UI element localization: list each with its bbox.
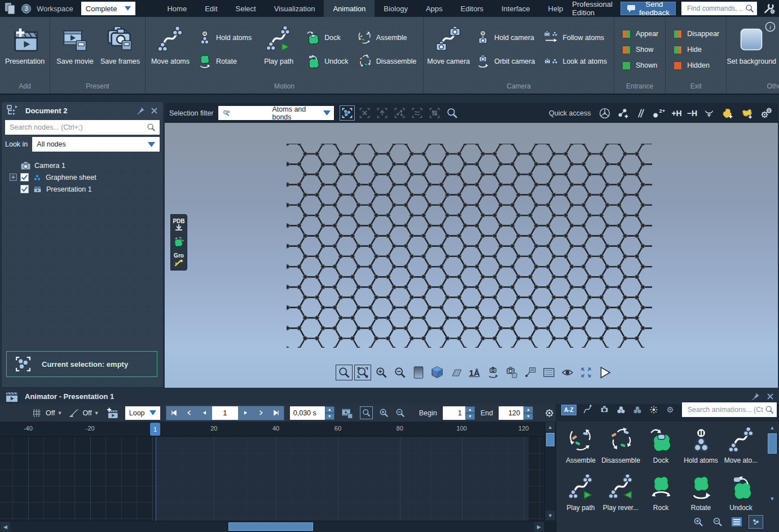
add-bond-button[interactable] [617, 107, 630, 120]
animation-search-box[interactable] [682, 402, 777, 417]
scroll-left-button[interactable]: ◀ [1, 522, 10, 531]
play-button[interactable] [596, 365, 613, 380]
ribbon-button-appear[interactable]: Appear [621, 26, 658, 42]
timeline[interactable]: -40-20204060801001201 ▲ ▼ ◀ ▶ [0, 422, 556, 532]
gallery-scrollbar[interactable]: ▲ ▼ [767, 422, 778, 532]
select-up-button[interactable] [375, 105, 390, 121]
add-residue-button[interactable] [721, 107, 735, 120]
ground-plane-button[interactable] [447, 365, 464, 380]
menu-item-edit[interactable]: Edit [196, 0, 226, 17]
ribbon-button-disappear[interactable]: Disappear [672, 26, 719, 42]
zoom-in-button[interactable] [379, 407, 389, 418]
animation-item-move-ato[interactable]: Move ato... [721, 424, 761, 471]
visibility-checkbox[interactable] [20, 173, 29, 181]
scroll-down-button[interactable]: ▼ [767, 494, 777, 503]
background-rect-button[interactable] [410, 365, 427, 380]
docking-tool-button[interactable] [171, 234, 186, 249]
zoom-out-button[interactable] [391, 365, 408, 380]
scale-1a-button[interactable]: 1Å [466, 365, 483, 380]
double-bond-button[interactable] [635, 107, 646, 120]
scroll-up-button[interactable]: ▲ [545, 422, 555, 432]
go-to-last-frame-button[interactable] [269, 406, 284, 420]
zoom-fit-button[interactable] [360, 406, 373, 419]
menu-item-select[interactable]: Select [227, 0, 265, 17]
animation-item-assemble[interactable]: Assemble [561, 424, 601, 471]
look-in-select[interactable]: All nodes [32, 137, 160, 152]
icon-view-button[interactable] [749, 515, 763, 529]
select-group-button[interactable] [427, 105, 442, 121]
pdb-download-button[interactable]: PDB [171, 217, 186, 232]
viewport-canvas[interactable]: PDB Gro 1Å [165, 123, 778, 388]
select-similar-button[interactable] [410, 105, 425, 121]
menu-item-interface[interactable]: Interface [492, 0, 539, 17]
pin-icon[interactable] [751, 392, 760, 401]
timeline-horizontal-scrollbar[interactable]: ◀ ▶ [0, 521, 544, 532]
timeline-ruler[interactable]: -40-20204060801001201 [0, 422, 544, 437]
ribbon-button-show[interactable]: Show [621, 42, 658, 57]
zoom-rect-button[interactable] [336, 365, 353, 380]
animation-item-dock[interactable]: Dock [641, 424, 681, 471]
export-movie-button[interactable] [340, 407, 354, 419]
spin-down-button[interactable]: ▼ [325, 413, 335, 420]
spin-up-button[interactable]: ▲ [523, 406, 533, 413]
close-icon[interactable] [766, 392, 774, 401]
scroll-down-button[interactable]: ▼ [545, 511, 555, 520]
ribbon-button-save-movie[interactable]: Save movie [52, 18, 98, 81]
animator-settings-gear[interactable] [543, 407, 556, 419]
camera-snapshot-button[interactable] [503, 365, 520, 380]
search-icon[interactable] [764, 405, 774, 415]
tools-wrench-icon[interactable] [763, 2, 775, 15]
scroll-thumb[interactable] [546, 433, 554, 446]
timeline-vertical-scrollbar[interactable]: ▲ ▼ [544, 422, 556, 521]
interpolation-control[interactable]: Off ▼ [68, 407, 99, 419]
menu-item-visualization[interactable]: Visualization [265, 0, 324, 17]
selection-filter-select[interactable]: Atoms and bonds [218, 106, 334, 120]
search-icon[interactable] [146, 122, 156, 132]
timeline-grid[interactable] [0, 437, 544, 521]
animation-item-hold-atoms[interactable]: Hold atoms [681, 424, 721, 471]
node-search-box[interactable] [5, 120, 160, 135]
select-atoms-button[interactable] [340, 105, 355, 121]
gallery-zoom-in-button[interactable] [691, 515, 706, 529]
animation-item-undock[interactable]: Undock [721, 471, 761, 518]
animation-item-play-rever[interactable]: Play rever... [601, 471, 641, 518]
animation-search-input[interactable] [686, 405, 764, 414]
menu-item-editors[interactable]: Editors [452, 0, 492, 17]
previous-keyframe-button[interactable] [182, 406, 197, 420]
scroll-thumb[interactable] [228, 522, 313, 531]
send-feedback-button[interactable]: Send feedback [620, 2, 676, 15]
add-hydrogen-button[interactable]: +H [671, 109, 681, 118]
minimize-arrow-button[interactable] [702, 107, 716, 119]
play-backward-button[interactable] [197, 406, 212, 420]
ribbon-button-disassemble[interactable]: Disassemble [358, 50, 417, 73]
charge-2plus-button[interactable]: 2+ [652, 107, 666, 120]
add-label-button[interactable] [522, 365, 539, 380]
animation-item-disassemble[interactable]: Disassemble [601, 424, 641, 471]
orbit-camera-dark-button[interactable] [485, 365, 501, 380]
add-chain-button[interactable] [740, 107, 754, 120]
menu-item-help[interactable]: Help [539, 0, 573, 17]
add-presentation-button[interactable] [105, 406, 120, 420]
grid-snap-control[interactable]: Off ▼ [31, 407, 62, 419]
ribbon-button-hold-camera[interactable]: Hold camera [476, 26, 535, 50]
gromacs-wizard-button[interactable]: Gro [171, 251, 186, 268]
spin-down-button[interactable]: ▼ [465, 413, 475, 420]
close-icon[interactable] [150, 107, 159, 115]
frame-duration-input[interactable] [290, 406, 325, 420]
zoom-out-button[interactable] [395, 407, 406, 418]
settings-gear-button[interactable] [664, 405, 676, 415]
tree-node-presentation-1[interactable]: Presentation 1 [10, 183, 163, 195]
next-keyframe-button[interactable] [253, 406, 269, 420]
visibility-checkbox[interactable] [20, 185, 29, 193]
navigation-wheel-button[interactable] [598, 107, 611, 120]
gallery-zoom-out-button[interactable] [710, 515, 725, 529]
tree-node-camera-1[interactable]: Camera 1 [10, 159, 163, 171]
animation-item-rock[interactable]: Rock [641, 471, 681, 518]
loop-mode-select[interactable]: Loop [125, 406, 160, 420]
ribbon-button-hold-atoms[interactable]: Hold atoms [197, 26, 252, 50]
ribbon-button-set-background[interactable]: Set background [729, 18, 774, 81]
pages-icon[interactable] [5, 2, 16, 15]
animation-item-play-path[interactable]: Play path [561, 471, 601, 518]
ribbon-button-orbit-camera[interactable]: Orbit camera [476, 50, 535, 73]
search-icon[interactable] [745, 3, 755, 14]
